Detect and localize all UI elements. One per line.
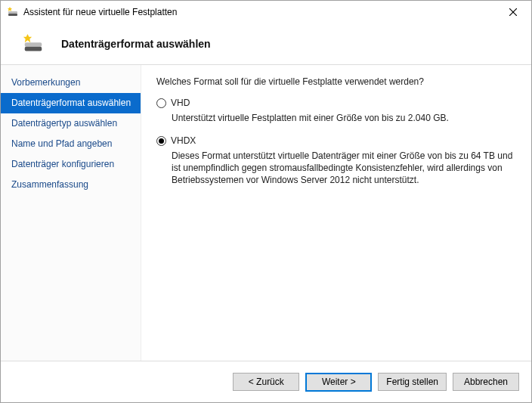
sidebar-item-datentraegerformat[interactable]: Datenträgerformat auswählen: [1, 93, 141, 113]
close-button[interactable]: [498, 2, 528, 23]
sidebar-item-name-pfad[interactable]: Name und Pfad angeben: [1, 134, 141, 154]
vhdx-description: Dieses Format unterstützt virtuelle Date…: [172, 150, 519, 186]
svg-rect-6: [25, 47, 42, 51]
svg-marker-7: [23, 34, 32, 42]
finish-button[interactable]: Fertig stellen: [378, 373, 447, 391]
radio-vhd-label: VHD: [171, 97, 190, 109]
sidebar-item-vorbemerkungen[interactable]: Vorbemerkungen: [1, 73, 141, 93]
header: Datenträgerformat auswählen: [1, 23, 531, 65]
sidebar-item-zusammenfassung[interactable]: Zusammenfassung: [1, 175, 141, 195]
sidebar-item-datentraegertyp[interactable]: Datenträgertyp auswählen: [1, 113, 141, 134]
radio-vhdx-label: VHDX: [171, 135, 196, 147]
titlebar: Assistent für neue virtuelle Festplatten: [1, 1, 531, 23]
svg-rect-5: [25, 42, 42, 47]
window-disk-icon: [7, 6, 19, 18]
radio-vhdx[interactable]: [156, 136, 166, 146]
next-button[interactable]: Weiter >: [305, 373, 372, 392]
page-title: Datenträgerformat auswählen: [61, 38, 211, 50]
window-title: Assistent für neue virtuelle Festplatten: [23, 7, 498, 17]
svg-rect-0: [8, 11, 17, 14]
sidebar: Vorbemerkungen Datenträgerformat auswähl…: [1, 65, 141, 361]
svg-rect-1: [8, 14, 17, 16]
close-icon: [509, 8, 517, 16]
svg-marker-2: [8, 7, 12, 11]
back-button[interactable]: < Zurück: [233, 373, 299, 391]
footer: < Zurück Weiter > Fertig stellen Abbrech…: [1, 361, 531, 402]
cancel-button[interactable]: Abbrechen: [453, 373, 519, 391]
header-disk-icon: [22, 33, 45, 55]
vhd-description: Unterstützt virtuelle Festplatten mit ei…: [172, 112, 519, 124]
content: Welches Format soll für die virtuelle Fe…: [141, 65, 531, 361]
body: Vorbemerkungen Datenträgerformat auswähl…: [1, 65, 531, 361]
wizard-window: Assistent für neue virtuelle Festplatten…: [0, 0, 532, 403]
radio-row-vhd[interactable]: VHD: [156, 97, 519, 109]
radio-row-vhdx[interactable]: VHDX: [156, 135, 519, 147]
sidebar-item-konfigurieren[interactable]: Datenträger konfigurieren: [1, 154, 141, 175]
format-question: Welches Format soll für die virtuelle Fe…: [156, 76, 519, 88]
radio-vhd[interactable]: [156, 98, 166, 108]
